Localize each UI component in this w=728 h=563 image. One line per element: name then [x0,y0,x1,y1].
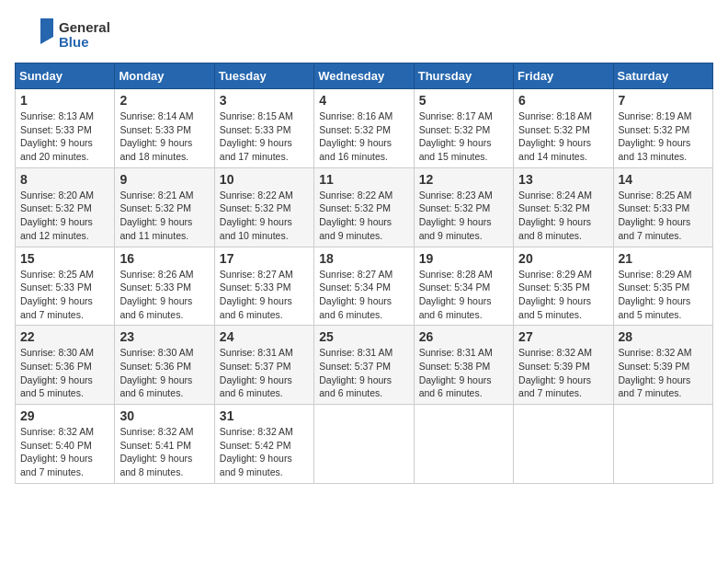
weekday-header-saturday: Saturday [613,63,712,89]
calendar-cell: 22Sunrise: 8:30 AMSunset: 5:36 PMDayligh… [16,326,115,405]
calendar-table: SundayMondayTuesdayWednesdayThursdayFrid… [15,63,713,484]
calendar-cell: 6Sunrise: 8:18 AMSunset: 5:32 PMDaylight… [514,89,613,168]
day-number: 17 [220,251,309,266]
day-number: 1 [20,93,109,108]
day-number: 11 [319,172,408,187]
svg-rect-0 [40,18,53,37]
day-number: 28 [619,329,708,344]
calendar-cell: 25Sunrise: 8:31 AMSunset: 5:37 PMDayligh… [314,326,414,405]
day-info: Sunrise: 8:30 AMSunset: 5:36 PMDaylight:… [119,346,209,400]
day-number: 21 [619,251,708,266]
day-info: Sunrise: 8:27 AMSunset: 5:34 PMDaylight:… [319,268,408,322]
day-number: 23 [119,329,209,344]
calendar-cell [414,405,513,484]
day-info: Sunrise: 8:27 AMSunset: 5:33 PMDaylight:… [220,268,309,322]
day-number: 19 [419,251,508,266]
calendar-cell: 20Sunrise: 8:29 AMSunset: 5:35 PMDayligh… [514,247,613,326]
calendar-cell: 17Sunrise: 8:27 AMSunset: 5:33 PMDayligh… [214,247,313,326]
day-number: 24 [220,329,309,344]
weekday-header-thursday: Thursday [414,63,513,89]
day-number: 26 [419,329,508,344]
calendar-cell: 2Sunrise: 8:14 AMSunset: 5:33 PMDaylight… [115,89,214,168]
day-number: 10 [220,172,309,187]
day-number: 15 [20,251,109,266]
calendar-cell [514,405,613,484]
page-header: GeneralBlue [15,15,713,55]
calendar-week-4: 22Sunrise: 8:30 AMSunset: 5:36 PMDayligh… [16,326,713,405]
calendar-cell: 9Sunrise: 8:21 AMSunset: 5:32 PMDaylight… [115,167,214,247]
day-info: Sunrise: 8:13 AMSunset: 5:33 PMDaylight:… [20,109,109,164]
calendar-cell: 12Sunrise: 8:23 AMSunset: 5:32 PMDayligh… [414,167,513,247]
day-info: Sunrise: 8:16 AMSunset: 5:32 PMDaylight:… [319,109,408,164]
weekday-header-friday: Friday [514,63,613,89]
day-number: 29 [20,408,109,423]
day-info: Sunrise: 8:17 AMSunset: 5:32 PMDaylight:… [419,109,508,164]
calendar-cell: 21Sunrise: 8:29 AMSunset: 5:35 PMDayligh… [613,247,712,326]
day-info: Sunrise: 8:29 AMSunset: 5:35 PMDaylight:… [518,268,608,322]
day-number: 12 [419,172,508,187]
calendar-cell: 18Sunrise: 8:27 AMSunset: 5:34 PMDayligh… [314,247,414,326]
calendar-cell: 19Sunrise: 8:28 AMSunset: 5:34 PMDayligh… [414,247,513,326]
day-info: Sunrise: 8:22 AMSunset: 5:32 PMDaylight:… [319,189,408,243]
calendar-cell: 14Sunrise: 8:25 AMSunset: 5:33 PMDayligh… [613,167,712,247]
calendar-cell: 23Sunrise: 8:30 AMSunset: 5:36 PMDayligh… [115,326,214,405]
day-info: Sunrise: 8:32 AMSunset: 5:41 PMDaylight:… [119,425,209,479]
day-number: 7 [619,93,708,108]
weekday-header-wednesday: Wednesday [314,63,414,89]
weekday-header-sunday: Sunday [16,63,115,89]
day-info: Sunrise: 8:32 AMSunset: 5:39 PMDaylight:… [619,346,708,400]
calendar-cell: 27Sunrise: 8:32 AMSunset: 5:39 PMDayligh… [514,326,613,405]
day-info: Sunrise: 8:15 AMSunset: 5:33 PMDaylight:… [220,109,309,164]
day-info: Sunrise: 8:22 AMSunset: 5:32 PMDaylight:… [220,189,309,243]
logo-blue: Blue [59,35,110,51]
calendar-cell: 3Sunrise: 8:15 AMSunset: 5:33 PMDaylight… [214,89,313,168]
day-number: 6 [518,93,608,108]
day-number: 5 [419,93,508,108]
day-number: 13 [518,172,608,187]
weekday-header-monday: Monday [115,63,214,89]
day-info: Sunrise: 8:31 AMSunset: 5:37 PMDaylight:… [319,346,408,400]
calendar-week-2: 8Sunrise: 8:20 AMSunset: 5:32 PMDaylight… [16,167,713,247]
day-info: Sunrise: 8:18 AMSunset: 5:32 PMDaylight:… [518,109,608,164]
logo-icon [15,15,55,55]
calendar-cell [314,405,414,484]
day-info: Sunrise: 8:32 AMSunset: 5:39 PMDaylight:… [518,346,608,400]
calendar-cell: 4Sunrise: 8:16 AMSunset: 5:32 PMDaylight… [314,89,414,168]
calendar-cell [613,405,712,484]
day-number: 20 [518,251,608,266]
calendar-header: SundayMondayTuesdayWednesdayThursdayFrid… [16,63,713,89]
calendar-week-3: 15Sunrise: 8:25 AMSunset: 5:33 PMDayligh… [16,247,713,326]
calendar-cell: 29Sunrise: 8:32 AMSunset: 5:40 PMDayligh… [16,405,115,484]
weekday-header-tuesday: Tuesday [214,63,313,89]
day-info: Sunrise: 8:19 AMSunset: 5:32 PMDaylight:… [619,109,708,164]
day-info: Sunrise: 8:31 AMSunset: 5:37 PMDaylight:… [220,346,309,400]
logo: GeneralBlue [15,15,110,55]
calendar-cell: 5Sunrise: 8:17 AMSunset: 5:32 PMDaylight… [414,89,513,168]
svg-marker-1 [40,37,53,44]
day-info: Sunrise: 8:20 AMSunset: 5:32 PMDaylight:… [20,189,109,243]
calendar-cell: 15Sunrise: 8:25 AMSunset: 5:33 PMDayligh… [16,247,115,326]
calendar-cell: 8Sunrise: 8:20 AMSunset: 5:32 PMDaylight… [16,167,115,247]
calendar-cell: 1Sunrise: 8:13 AMSunset: 5:33 PMDaylight… [16,89,115,168]
day-info: Sunrise: 8:31 AMSunset: 5:38 PMDaylight:… [419,346,508,400]
day-number: 8 [20,172,109,187]
day-number: 14 [619,172,708,187]
day-number: 18 [319,251,408,266]
calendar-cell: 10Sunrise: 8:22 AMSunset: 5:32 PMDayligh… [214,167,313,247]
day-info: Sunrise: 8:32 AMSunset: 5:42 PMDaylight:… [220,425,309,479]
day-number: 2 [119,93,209,108]
calendar-cell: 24Sunrise: 8:31 AMSunset: 5:37 PMDayligh… [214,326,313,405]
day-number: 30 [119,408,209,423]
day-info: Sunrise: 8:23 AMSunset: 5:32 PMDaylight:… [419,189,508,243]
calendar-cell: 13Sunrise: 8:24 AMSunset: 5:32 PMDayligh… [514,167,613,247]
day-number: 25 [319,329,408,344]
day-info: Sunrise: 8:30 AMSunset: 5:36 PMDaylight:… [20,346,109,400]
calendar-cell: 30Sunrise: 8:32 AMSunset: 5:41 PMDayligh… [115,405,214,484]
day-number: 22 [20,329,109,344]
day-info: Sunrise: 8:24 AMSunset: 5:32 PMDaylight:… [518,189,608,243]
day-info: Sunrise: 8:25 AMSunset: 5:33 PMDaylight:… [619,189,708,243]
day-info: Sunrise: 8:14 AMSunset: 5:33 PMDaylight:… [119,109,209,164]
day-number: 27 [518,329,608,344]
calendar-cell: 26Sunrise: 8:31 AMSunset: 5:38 PMDayligh… [414,326,513,405]
calendar-cell: 16Sunrise: 8:26 AMSunset: 5:33 PMDayligh… [115,247,214,326]
